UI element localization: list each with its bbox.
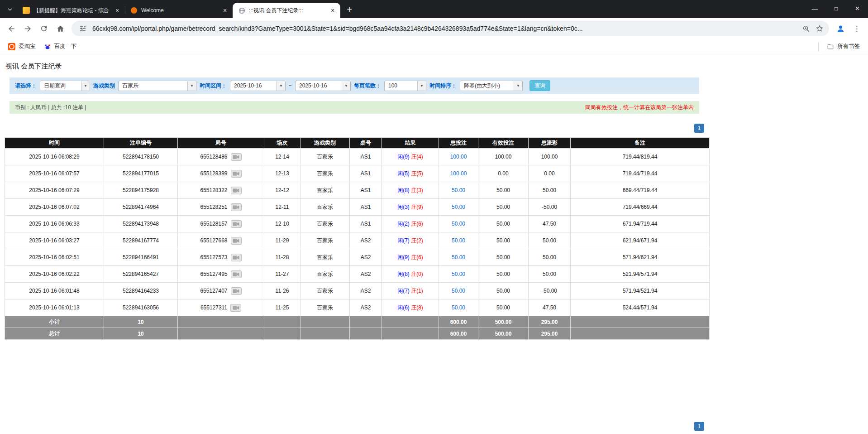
video-replay-icon[interactable] — [231, 270, 242, 278]
forward-button[interactable] — [20, 21, 35, 36]
cell-valid-bet: 50.00 — [478, 299, 528, 316]
reload-button[interactable] — [36, 21, 52, 36]
cell-game-type: 百家乐 — [300, 266, 349, 282]
total-bet-link[interactable]: 50.00 — [452, 271, 465, 277]
cell-round: 655127573 — [178, 249, 264, 265]
total-bet-link[interactable]: 50.00 — [452, 237, 465, 244]
cell-valid-bet: 50.00 — [478, 182, 528, 198]
cell-note: 521.94/571.94 — [571, 266, 709, 282]
round-number: 655128399 — [200, 170, 227, 177]
tab-list-chevron-icon[interactable] — [4, 3, 16, 16]
round-number: 655128251 — [200, 204, 227, 210]
date-range-label: 时间区间： — [200, 82, 227, 90]
cell-bet-id: 522894174964 — [104, 199, 177, 215]
cell-session: 11-28 — [264, 249, 300, 265]
video-replay-icon[interactable] — [230, 304, 241, 312]
cell-session: 12-13 — [264, 165, 300, 182]
browser-tab-welcome[interactable]: Welcome × — [125, 3, 233, 18]
total-bet-link[interactable]: 50.00 — [452, 288, 465, 294]
page-size-select[interactable]: 100 ▼ — [384, 81, 426, 91]
total-bet-link[interactable]: 50.00 — [452, 221, 465, 227]
player-result: 闲(7) — [397, 237, 410, 244]
round-number: 655128157 — [200, 221, 227, 227]
pagination-page-1[interactable]: 1 — [694, 422, 704, 431]
video-replay-icon[interactable] — [231, 220, 242, 228]
chevron-down-icon[interactable]: ▼ — [277, 81, 285, 91]
cell-payout: 50.00 — [529, 232, 570, 249]
video-replay-icon[interactable] — [231, 237, 242, 245]
video-replay-icon[interactable] — [231, 170, 242, 178]
tab-close-icon[interactable]: × — [221, 6, 229, 14]
bookmark-baidu[interactable]: 百度一下 — [40, 41, 81, 52]
chevron-down-icon[interactable]: ▼ — [81, 81, 90, 91]
cell-total-bet: 100.00 — [439, 149, 478, 165]
round-number: 655127495 — [200, 271, 227, 277]
date-to-select[interactable]: 2025-10-16 ▼ — [295, 81, 351, 91]
cell-note: 719.44/719.44 — [571, 165, 709, 182]
cell-session: 11-27 — [264, 266, 300, 282]
close-window-button[interactable]: × — [847, 0, 868, 17]
menu-kebab-icon[interactable]: ⋮ — [849, 21, 864, 36]
video-replay-icon[interactable] — [231, 287, 242, 295]
total-bet-link[interactable]: 50.00 — [452, 204, 465, 210]
search-button[interactable]: 查询 — [529, 80, 550, 91]
cell-valid-bet: 50.00 — [478, 232, 528, 249]
profile-icon[interactable] — [833, 21, 848, 36]
minimize-button[interactable]: — — [804, 0, 825, 17]
tab-close-icon[interactable]: × — [329, 6, 337, 14]
total-bet-link[interactable]: 100.00 — [450, 154, 467, 160]
cell-table-no: AS2 — [350, 232, 382, 249]
cell-table-no: AS2 — [350, 299, 382, 316]
cell-table-no: AS1 — [350, 216, 382, 232]
cell-note: 621.94/671.94 — [571, 232, 709, 249]
sort-order-select[interactable]: 降幂(由大到小) ▼ — [460, 81, 523, 91]
zoom-icon[interactable] — [799, 22, 813, 35]
cell-session: 11-26 — [264, 283, 300, 299]
video-replay-icon[interactable] — [231, 254, 242, 261]
tab-close-icon[interactable]: × — [113, 6, 121, 14]
cell-time: 2025-10-16 06:07:57 — [5, 165, 104, 182]
cell-note: 524.44/571.94 — [571, 299, 709, 316]
browser-tab-betrecord[interactable]: :::视讯 会员下注纪录::: × — [233, 3, 340, 18]
all-bookmarks-button[interactable]: 所有书签 — [823, 41, 863, 52]
chevron-down-icon[interactable]: ▼ — [417, 81, 426, 91]
back-button[interactable] — [4, 21, 19, 36]
cell-time: 2025-10-16 06:01:13 — [5, 299, 104, 316]
maximize-button[interactable]: □ — [825, 0, 847, 17]
video-replay-icon[interactable] — [231, 203, 242, 211]
subtotal-payout: 295.00 — [529, 316, 570, 328]
cell-session: 12-12 — [264, 182, 300, 198]
query-type-select[interactable]: 日期查询 ▼ — [40, 81, 90, 91]
welcome-favicon — [130, 7, 138, 14]
total-total-bet: 600.00 — [439, 328, 478, 339]
browser-tab-forum[interactable]: 【新提醒】海燕策略论坛 - 综合 × — [17, 3, 125, 18]
video-replay-icon[interactable] — [231, 187, 242, 194]
total-bet-link[interactable]: 100.00 — [450, 170, 467, 177]
site-settings-icon[interactable] — [77, 23, 89, 34]
chevron-down-icon[interactable]: ▼ — [514, 81, 522, 91]
total-count: 10 — [104, 328, 177, 339]
chevron-down-icon[interactable]: ▼ — [342, 81, 350, 91]
cell-time: 2025-10-16 06:08:29 — [5, 149, 104, 165]
banker-result: 庄(9) — [411, 204, 423, 210]
total-payout: 295.00 — [529, 328, 570, 339]
address-bar[interactable]: 66cxkj98.com/ipl/portal.php/game/betreco… — [72, 21, 829, 36]
new-tab-button[interactable]: + — [343, 3, 356, 16]
pagination-page-1[interactable]: 1 — [694, 124, 704, 133]
total-bet-link[interactable]: 50.00 — [452, 304, 465, 311]
game-type-select[interactable]: 百家乐 ▼ — [118, 81, 196, 91]
cell-table-no: AS2 — [350, 249, 382, 265]
bookmark-star-icon[interactable] — [813, 22, 826, 35]
home-button[interactable] — [52, 21, 68, 36]
cell-note: 571.94/621.94 — [571, 249, 709, 265]
total-bet-link[interactable]: 50.00 — [452, 187, 465, 193]
bookmark-aitaobao[interactable]: 爱淘宝 — [5, 41, 39, 52]
cell-payout: 50.00 — [529, 182, 570, 198]
video-replay-icon[interactable] — [231, 153, 242, 161]
chevron-down-icon[interactable]: ▼ — [187, 81, 196, 91]
date-from-select[interactable]: 2025-10-16 ▼ — [230, 81, 286, 91]
column-header-table-no: 桌号 — [350, 138, 382, 148]
total-bet-link[interactable]: 50.00 — [452, 254, 465, 260]
sort-order-label: 时间排序： — [429, 82, 457, 90]
query-type-value: 日期查询 — [40, 81, 81, 91]
